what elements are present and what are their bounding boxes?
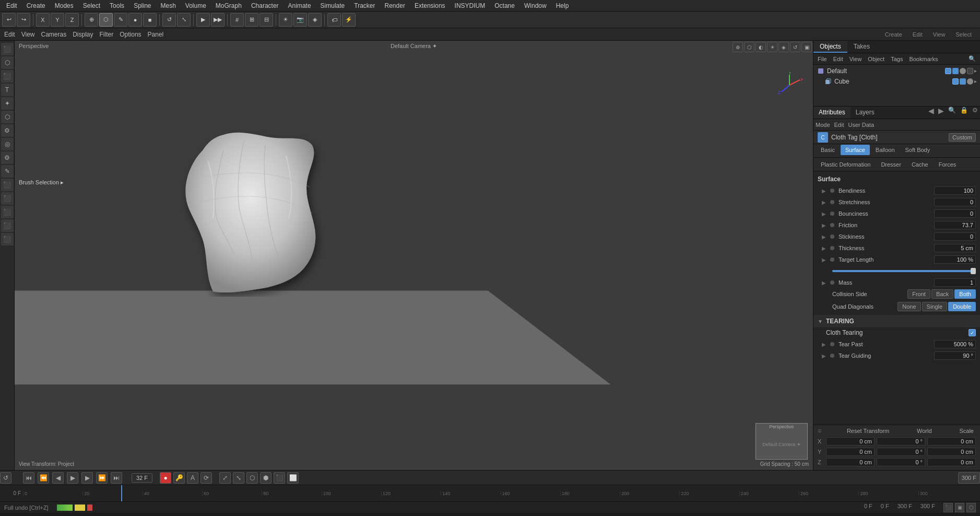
menu-insydium[interactable]: INSYDIUM <box>451 1 490 10</box>
tl-end-btn[interactable]: ⏭ <box>111 472 122 484</box>
brush-selection-label[interactable]: Brush Selection ▸ <box>19 179 64 186</box>
redo-btn[interactable]: ↪ <box>17 13 30 27</box>
cloth-tearing-checkbox[interactable]: ✓ <box>969 329 976 336</box>
menu-edit[interactable]: Edit <box>2 1 21 10</box>
sidebar-mode13[interactable]: ⬛ <box>1 206 14 218</box>
tearing-section-header[interactable]: ▼ TEARING <box>813 315 980 327</box>
tl-next-frame-btn[interactable]: ▶ <box>81 472 93 484</box>
attr-lock[interactable]: 🔒 <box>958 107 970 119</box>
cloth-tab-basic[interactable]: Basic <box>816 145 840 155</box>
coord-y-rot[interactable]: 0 ° <box>877 448 925 456</box>
menu-modes[interactable]: Modes <box>51 1 78 10</box>
tl-auto-btn[interactable]: A <box>187 472 198 484</box>
menu-extensions[interactable]: Extensions <box>410 1 450 10</box>
prop-friction-expand[interactable]: ▶ <box>822 222 828 228</box>
coord-y-scale[interactable]: 0 cm <box>927 448 976 456</box>
obj-search[interactable]: 🔍 <box>966 55 978 63</box>
grid-btn[interactable]: # <box>230 13 244 27</box>
menu-tracker[interactable]: Tracker <box>350 1 379 10</box>
sidebar-mode7[interactable]: ⚙ <box>1 124 14 137</box>
quad-single[interactable]: Single <box>922 302 948 311</box>
obj-tool-object[interactable]: Object <box>866 55 887 63</box>
sidebar-mode5[interactable]: ✦ <box>1 97 14 110</box>
vp-ctrl-7[interactable]: ▣ <box>801 42 812 52</box>
obj-tool-tags[interactable]: Tags <box>889 55 905 63</box>
tl-motion4[interactable]: ⬢ <box>260 472 271 484</box>
align-btn[interactable]: ⊟ <box>259 13 273 27</box>
vp-ctrl-6[interactable]: ↺ <box>790 42 800 52</box>
sub-menu-filter[interactable]: Filter <box>100 31 114 38</box>
create-btn[interactable]: Create <box>885 31 902 38</box>
paint-btn[interactable]: ✎ <box>114 13 127 27</box>
attr-userdata-btn[interactable]: User Data <box>848 122 875 128</box>
menu-octane[interactable]: Octane <box>490 1 519 10</box>
cloth-tab-dresser[interactable]: Dresser <box>876 159 906 170</box>
sidebar-mode15[interactable]: ⬛ <box>1 233 14 245</box>
sub-menu-view[interactable]: View <box>21 31 35 38</box>
collision-front[interactable]: Front <box>907 289 930 299</box>
sidebar-mode6[interactable]: ⬡ <box>1 111 14 123</box>
tab-layers[interactable]: Layers <box>851 107 880 119</box>
attr-edit-btn[interactable]: Edit <box>834 122 844 128</box>
cloth-tab-forces[interactable]: Forces <box>934 159 961 170</box>
tl-motion2[interactable]: ⤡ <box>233 472 244 484</box>
material-btn[interactable]: ◈ <box>308 13 322 27</box>
sphere-btn[interactable]: ● <box>128 13 142 27</box>
sim-btn[interactable]: ⚡ <box>342 13 356 27</box>
cloth-tab-balloon[interactable]: Balloon <box>871 145 900 155</box>
attr-nav-forward[interactable]: ▶ <box>936 107 946 119</box>
sidebar-mode11[interactable]: ⬛ <box>1 179 14 191</box>
prop-stretchiness-expand[interactable]: ▶ <box>822 200 828 205</box>
world-btn-coords[interactable]: World <box>915 427 934 435</box>
prop-tear-guiding-expand[interactable]: ▶ <box>822 353 828 359</box>
sub-menu-edit[interactable]: Edit <box>4 31 15 38</box>
obj-tool-bookmarks[interactable]: Bookmarks <box>907 55 940 63</box>
sub-menu-cameras[interactable]: Cameras <box>41 31 66 38</box>
menu-help[interactable]: Help <box>552 1 573 10</box>
tab-takes[interactable]: Takes <box>847 41 876 53</box>
coord-z-scale[interactable]: 0 cm <box>927 458 976 466</box>
obj-tool-view[interactable]: View <box>847 55 864 63</box>
quad-double[interactable]: Double <box>948 302 976 311</box>
render-full-btn[interactable]: ▶▶ <box>211 13 225 27</box>
obj-tool-edit[interactable]: Edit <box>831 55 845 63</box>
tag-btn[interactable]: 🏷 <box>327 13 341 27</box>
sidebar-mode1[interactable]: ⬛ <box>1 43 14 55</box>
sidebar-mode8[interactable]: ◎ <box>1 138 14 150</box>
bottom-icon-1[interactable]: ⬛ <box>943 503 953 512</box>
prop-mass-value[interactable]: 1 <box>934 278 976 287</box>
attr-search[interactable]: 🔍 <box>946 107 958 119</box>
obj-tool-file[interactable]: File <box>816 55 829 63</box>
prop-bendiness-expand[interactable]: ▶ <box>822 188 828 194</box>
tl-play-btn[interactable]: ▶ <box>67 472 78 484</box>
snap-btn[interactable]: ⊞ <box>245 13 258 27</box>
coord-z-pos[interactable]: 0 cm <box>826 458 875 466</box>
coord-x-scale[interactable]: 0 cm <box>927 437 976 445</box>
menu-create[interactable]: Create <box>22 1 50 10</box>
menu-simulate[interactable]: Simulate <box>316 1 349 10</box>
sub-menu-options[interactable]: Options <box>120 31 141 38</box>
reset-transform-btn[interactable]: Reset Transform <box>845 427 891 435</box>
select-tool-btn[interactable]: ⬡ <box>99 13 113 27</box>
tl-loop-btn[interactable]: ↺ <box>0 472 11 484</box>
cloth-tab-softbody[interactable]: Soft Body <box>901 145 935 155</box>
coord-z-rot[interactable]: 0 ° <box>877 458 925 466</box>
bottom-icon-3[interactable]: ⬡ <box>966 503 976 512</box>
menu-volume[interactable]: Volume <box>181 1 210 10</box>
sidebar-mode14[interactable]: ⬛ <box>1 219 14 232</box>
tl-start-btn[interactable]: ⏮ <box>23 472 34 484</box>
world-btn[interactable]: ⊕ <box>85 13 98 27</box>
undo-btn[interactable]: ↩ <box>2 13 16 27</box>
menu-character[interactable]: Character <box>247 1 283 10</box>
collision-back[interactable]: Back <box>931 289 953 299</box>
z-btn[interactable]: Z <box>65 13 79 27</box>
tl-key-btn[interactable]: 🔑 <box>173 472 185 484</box>
tl-record-btn[interactable]: ● <box>160 472 171 484</box>
cloth-tab-plastic-deform[interactable]: Plastic Deformation <box>816 159 875 170</box>
coord-y-pos[interactable]: 0 cm <box>826 448 875 456</box>
quad-none[interactable]: None <box>898 302 920 311</box>
tab-objects[interactable]: Objects <box>813 41 847 53</box>
tl-prev-frame-btn[interactable]: ◀ <box>52 472 64 484</box>
sidebar-mode10[interactable]: ✎ <box>1 165 14 178</box>
menu-mesh[interactable]: Mesh <box>156 1 180 10</box>
